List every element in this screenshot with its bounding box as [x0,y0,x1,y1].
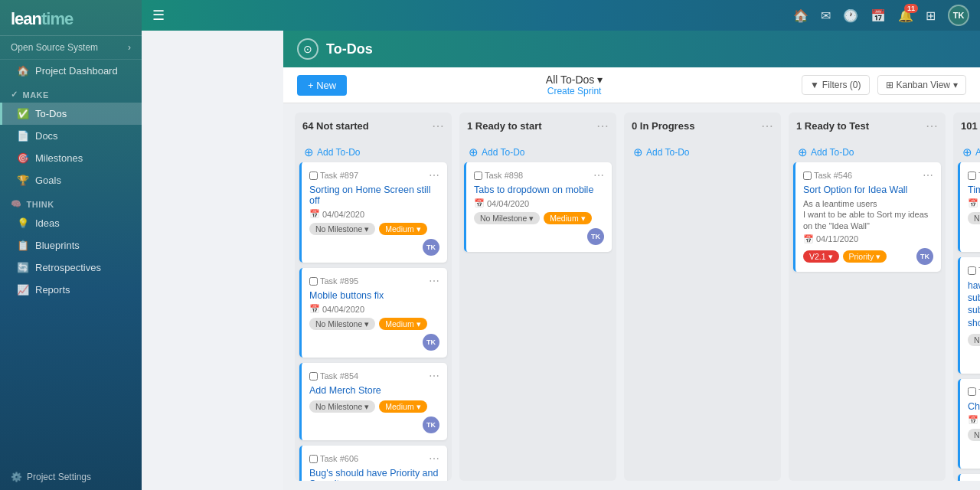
todos-icon: ✅ [17,108,29,119]
card-896-header: Task #896 ⋯ [968,169,980,181]
card-854-milestone[interactable]: No Milestone ▾ [309,400,375,413]
card-894: Task #894 ⋯ 500 for server errors 📅 04/0… [958,474,980,481]
sidebar-item-retrospectives[interactable]: 🔄 Retrospectives [0,256,142,279]
card-897-milestone[interactable]: No Milestone ▾ [309,223,375,235]
card-896-milestone[interactable]: No Milestone ▾ [968,212,980,224]
card-895-title[interactable]: Mobile buttons fix [309,290,439,301]
card-546-priority[interactable]: Priority ▾ [843,250,887,263]
card-546-checkbox[interactable] [803,172,812,180]
main-content: ⊙ To-Dos + New All To-Dos ▾ Create Sprin… [283,31,980,490]
card-546-version[interactable]: V2.1 ▾ [803,250,839,263]
topbar: ☰ 🏠 ✉ 🕐 📅 🔔 11 ⊞ TK [142,0,980,31]
sidebar-item-milestones[interactable]: 🎯 Milestones [0,147,142,169]
card-898-priority[interactable]: Medium ▾ [544,212,591,224]
col-menu-not-started[interactable]: ⋯ [432,119,444,133]
create-sprint-link[interactable]: Create Sprint [547,86,602,96]
card-854-checkbox[interactable] [309,372,318,381]
card-897-priority[interactable]: Medium ▾ [379,223,426,235]
sidebar-item-project-dashboard[interactable]: 🏠 Project Dashboard [0,60,142,82]
hamburger-menu-icon[interactable]: ☰ [152,7,165,24]
add-todo-in-progress[interactable]: ⊕ Add To-Do [629,142,694,162]
card-897-title[interactable]: Sorting on Home Screen still off [309,185,439,206]
sidebar-item-todos[interactable]: ✅ To-Dos [0,103,142,125]
sidebar-item-blueprints[interactable]: 📋 Blueprints [0,234,142,256]
card-546-menu[interactable]: ⋯ [923,169,933,181]
card-893-checkbox[interactable] [968,387,976,396]
card-606-checkbox[interactable] [309,455,318,463]
user-avatar[interactable]: TK [948,5,969,26]
home-icon[interactable]: 🏠 [793,8,808,23]
sidebar-label-todos: To-Dos [35,108,67,119]
app-logo: leantime [11,9,131,29]
add-todo-plus-icon: ⊕ [304,145,314,159]
card-606-menu[interactable]: ⋯ [429,452,439,465]
milestones-icon: 🎯 [17,152,29,164]
sidebar-item-goals[interactable]: 🏆 Goals [0,169,142,191]
sidebar-item-docs[interactable]: 📄 Docs [0,125,142,147]
add-todo-ready-to-start[interactable]: ⊕ Add To-Do [464,142,529,162]
new-button[interactable]: + New [297,75,347,96]
card-896-title[interactable]: Timesheets paid checkbox [968,185,980,195]
think-section-label: THINK [27,200,54,209]
sidebar-item-reports[interactable]: 📈 Reports [0,279,142,301]
card-893-id: Task #893 [968,387,980,397]
card-898-milestone[interactable]: No Milestone ▾ [474,212,540,224]
card-897-menu[interactable]: ⋯ [429,169,439,181]
filter-button[interactable]: ▼ Filters (0) [802,75,870,95]
sidebar-item-ideas[interactable]: 💡 Ideas [0,212,142,234]
card-893-title[interactable]: Check discord webhook [968,401,980,412]
card-854-menu[interactable]: ⋯ [429,370,439,382]
card-799-footer: No Milestone ▾ Priority ▾ TK [968,334,980,367]
card-799-header: Task #799 ⋯ [968,264,980,276]
blueprints-icon: 📋 [17,240,29,251]
card-893-date: 📅 04/04/2020 [968,415,980,425]
card-799-checkbox[interactable] [968,266,976,275]
card-898-title[interactable]: Tabs to dropdown on mobile [474,185,604,195]
card-895-menu[interactable]: ⋯ [429,275,439,287]
card-896-footer: No Milestone ▾ Medium ▾ TK [968,212,980,245]
col-menu-in-progress[interactable]: ⋯ [761,119,773,133]
card-895-milestone[interactable]: No Milestone ▾ [309,318,375,330]
card-606-title[interactable]: Bug's should have Priority and Severity [309,468,439,481]
card-854-priority[interactable]: Medium ▾ [379,400,426,413]
card-893: Task #893 ⋯ Check discord webhook 📅 04/0… [958,379,980,469]
card-893-milestone[interactable]: No Milestone ▾ [968,429,980,441]
all-todos-chevron-icon: ▾ [597,74,603,86]
sidebar-section-make[interactable]: ✓ MAKE [0,82,142,103]
sidebar-section-think[interactable]: 🧠 THINK [0,191,142,212]
add-todo-not-started[interactable]: ⊕ Add To-Do [299,142,364,162]
sidebar-project-settings[interactable]: ⚙️ Project Settings [0,464,142,490]
card-898-menu[interactable]: ⋯ [593,169,604,181]
col-menu-ready-to-test[interactable]: ⋯ [926,119,938,133]
calendar-icon[interactable]: 📅 [871,8,886,23]
sidebar-org[interactable]: Open Source System › [0,36,142,60]
col-header-ready-to-test: 1 Ready to Test ⋯ [789,113,946,139]
add-todo-plus-icon-3: ⊕ [633,145,643,159]
card-897-date: 📅 04/04/2020 [309,209,439,219]
col-menu-ready-to-start[interactable]: ⋯ [596,119,609,133]
all-todos-dropdown[interactable]: All To-Dos ▾ [546,74,603,86]
add-todo-ready-to-test[interactable]: ⊕ Add To-Do [793,142,858,162]
card-895-date: 📅 04/04/2020 [309,304,439,314]
toolbar-center: All To-Dos ▾ Create Sprint [347,74,802,96]
clock-icon[interactable]: 🕐 [843,8,858,23]
view-button[interactable]: ⊞ Kanban View ▾ [877,75,967,95]
card-799-title[interactable]: have a bug when I save a subtask after m… [968,279,980,329]
add-todo-done[interactable]: ⊕ Add To-Do [958,142,980,162]
grid-icon[interactable]: ⊞ [926,8,936,23]
card-546-title[interactable]: Sort Option for Idea Wall [803,185,933,195]
card-606-id: Task #606 [309,454,358,463]
card-896-checkbox[interactable] [968,172,976,180]
card-546-header: Task #546 ⋯ [803,169,933,181]
page-header-icon: ⊙ [297,38,318,60]
card-898-checkbox[interactable] [474,172,482,180]
card-897-checkbox[interactable] [309,172,318,180]
email-icon[interactable]: ✉ [821,8,831,23]
card-854-title[interactable]: Add Merch Store [309,385,439,396]
card-799-milestone[interactable]: No Milestone ▾ [968,334,980,346]
card-895-priority[interactable]: Medium ▾ [379,318,426,330]
org-expand-icon: › [128,42,131,53]
notification-icon[interactable]: 🔔 11 [898,8,913,23]
card-895-header: Task #895 ⋯ [309,275,439,287]
card-895-checkbox[interactable] [309,277,318,286]
